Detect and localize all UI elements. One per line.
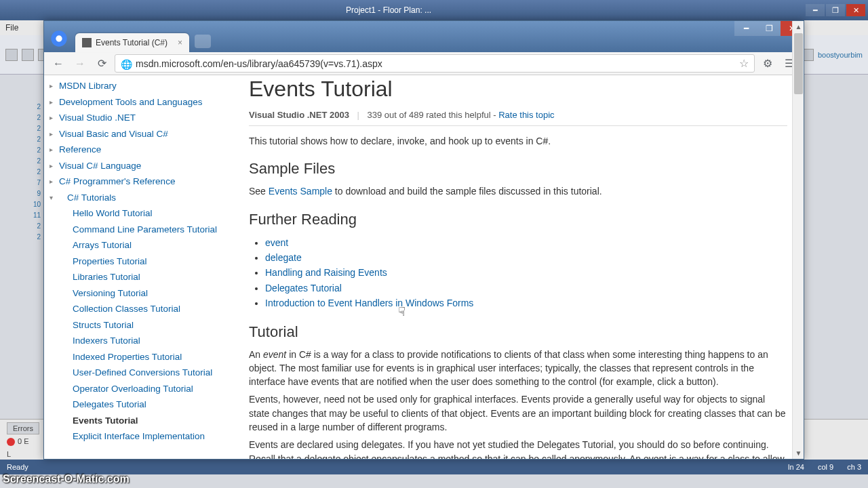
nav-item[interactable]: Reference xyxy=(50,142,233,158)
nav-subitem[interactable]: Indexers Tutorial xyxy=(70,333,233,349)
new-tab-button[interactable] xyxy=(195,35,211,48)
nav-subitem[interactable]: Properties Tutorial xyxy=(70,253,233,270)
chrome-maximize-button[interactable]: ❐ xyxy=(757,21,781,36)
events-sample-link[interactable]: Events Sample xyxy=(269,186,332,197)
vs-minimize-button[interactable]: ━ xyxy=(806,4,825,16)
extension-icon[interactable]: ⚙ xyxy=(759,55,776,73)
further-link[interactable]: Delegates Tutorial xyxy=(265,283,342,293)
vs-statusbar: Ready ln 24 col 9 ch 3 xyxy=(0,460,868,474)
nav-subitem[interactable]: Indexed Properties Tutorial xyxy=(70,349,233,365)
vs-menu-file[interactable]: File xyxy=(5,23,18,33)
status-ch: ch 3 xyxy=(847,463,861,471)
sample-paragraph: See Events Sample to download and build … xyxy=(249,184,787,198)
nav-subitem[interactable]: User-Defined Conversions Tutorial xyxy=(70,365,233,381)
status-ln: ln 24 xyxy=(788,463,804,471)
vs-title: Project1 - Floor Plan: ... xyxy=(346,5,431,15)
chrome-app-icon xyxy=(50,29,68,48)
nav-subitem[interactable]: Versioning Tutorial xyxy=(70,285,233,302)
heading-sample-files: Sample Files xyxy=(249,160,787,178)
tutorial-p2: Events, however, need not be used only f… xyxy=(249,392,787,434)
nav-item[interactable]: MSDN Library xyxy=(50,78,233,94)
status-col: col 9 xyxy=(818,463,833,471)
tab-title: Events Tutorial (C#) xyxy=(96,38,167,47)
further-link[interactable]: Introduction to Event Handlers in Window… xyxy=(265,298,473,308)
vs-signin[interactable]: boostyourbim xyxy=(818,51,863,59)
chrome-window: Events Tutorial (C#) × ━ ❐ ✕ ← → ⟳ 🌐 msd… xyxy=(43,20,804,460)
vs-line-gutter: 2 2 2 2 2 2 2 7 9 10 11 2 2 xyxy=(27,102,41,243)
address-bar[interactable]: 🌐 msdn.microsoft.com/en-us/library/aa645… xyxy=(115,54,755,73)
chrome-minimize-button[interactable]: ━ xyxy=(734,21,757,36)
nav-subitem[interactable]: Delegates Tutorial xyxy=(70,396,233,413)
tutorial-p1: An event in C# is a way for a class to p… xyxy=(249,348,787,389)
scroll-thumb[interactable] xyxy=(794,75,803,94)
page-content: MSDN Library Development Tools and Langu… xyxy=(44,75,804,459)
nav-item[interactable]: C# Programmer's Reference xyxy=(50,174,233,190)
vs-close-button[interactable]: ✕ xyxy=(846,4,865,16)
toolbar-icon[interactable] xyxy=(5,49,18,61)
intro-paragraph: This tutorial shows how to declare, invo… xyxy=(249,134,787,148)
content-scrollbar[interactable]: ▲ ▼ xyxy=(792,75,804,459)
nav-subitem[interactable]: Explicit Interface Implementation xyxy=(70,428,233,445)
rate-topic-link[interactable]: Rate this topic xyxy=(498,110,554,120)
nav-subitem[interactable]: Arrays Tutorial xyxy=(70,237,233,253)
error-icon xyxy=(7,438,15,446)
tutorial-p3: Events are declared using delegates. If … xyxy=(249,438,787,459)
nav-item-tutorials[interactable]: C# Tutorials xyxy=(50,190,233,206)
watermark: Screencast-O-Matic.com xyxy=(3,473,130,485)
forward-button[interactable]: → xyxy=(71,55,89,73)
chrome-titlebar: Events Tutorial (C#) × ━ ❐ ✕ xyxy=(44,21,804,52)
svg-point-1 xyxy=(56,35,62,41)
rating-text: 339 out of 489 rated this helpful - xyxy=(368,110,499,120)
nav-subitem-current[interactable]: Events Tutorial xyxy=(70,413,233,429)
nav-tutorials-sublist: Hello World Tutorial Command Line Parame… xyxy=(50,205,233,445)
status-ready: Ready xyxy=(7,463,28,471)
nav-subitem[interactable]: Collection Classes Tutorial xyxy=(70,301,233,317)
article-main: Events Tutorial Visual Studio .NET 2003 … xyxy=(233,75,804,459)
toolbar-icon[interactable] xyxy=(22,49,34,61)
product-name: Visual Studio .NET 2003 xyxy=(249,110,349,120)
nav-subitem[interactable]: Structs Tutorial xyxy=(70,317,233,333)
further-link[interactable]: delegate xyxy=(265,252,302,263)
page-title: Events Tutorial xyxy=(249,77,787,102)
globe-icon: 🌐 xyxy=(121,59,130,68)
back-button[interactable]: ← xyxy=(50,55,67,73)
nav-item[interactable]: Visual C# Language xyxy=(50,158,233,174)
nav-subitem[interactable]: Hello World Tutorial xyxy=(70,205,233,222)
nav-subitem[interactable]: Command Line Parameters Tutorial xyxy=(70,222,233,238)
nav-item[interactable]: Visual Basic and Visual C# xyxy=(50,126,233,142)
chrome-tabstrip: Events Tutorial (C#) × xyxy=(75,30,211,52)
vs-titlebar: Project1 - Floor Plan: ... ━ ❐ ✕ xyxy=(0,0,868,20)
url-text: msdn.microsoft.com/en-us/library/aa64573… xyxy=(136,58,382,69)
further-reading-list: event delegate Handling and Raising Even… xyxy=(265,235,787,311)
further-link[interactable]: Handling and Raising Events xyxy=(265,267,387,278)
heading-further-reading: Further Reading xyxy=(249,211,787,228)
browser-tab[interactable]: Events Tutorial (C#) × xyxy=(75,33,189,52)
scroll-down-icon[interactable]: ▼ xyxy=(793,447,804,459)
msdn-favicon-icon xyxy=(82,38,92,47)
errors-tab[interactable]: Errors xyxy=(7,422,39,434)
bookmark-star-icon[interactable]: ☆ xyxy=(739,57,749,70)
heading-tutorial: Tutorial xyxy=(249,323,787,341)
page-meta: Visual Studio .NET 2003 | 339 out of 489… xyxy=(249,110,787,126)
further-link[interactable]: event xyxy=(265,237,288,248)
tab-close-icon[interactable]: × xyxy=(178,38,182,47)
chrome-toolbar: ← → ⟳ 🌐 msdn.microsoft.com/en-us/library… xyxy=(44,52,804,75)
nav-item[interactable]: Development Tools and Languages xyxy=(50,94,233,110)
vs-maximize-button[interactable]: ❐ xyxy=(826,4,845,16)
nav-subitem[interactable]: Libraries Tutorial xyxy=(70,269,233,285)
nav-item[interactable]: Visual Studio .NET xyxy=(50,110,233,126)
reload-button[interactable]: ⟳ xyxy=(93,55,111,73)
nav-subitem[interactable]: Operator Overloading Tutorial xyxy=(70,381,233,397)
msdn-nav-tree[interactable]: MSDN Library Development Tools and Langu… xyxy=(44,75,233,459)
